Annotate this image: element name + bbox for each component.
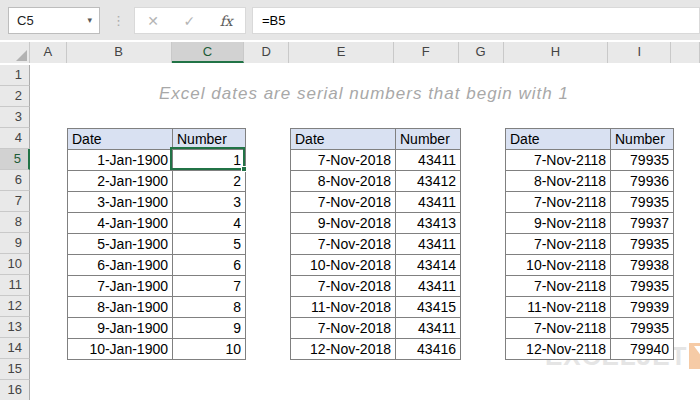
row-header-14[interactable]: 14 <box>0 338 30 359</box>
cell[interactable]: 43414 <box>396 255 461 276</box>
fill-handle[interactable] <box>241 166 247 172</box>
column-header-G[interactable]: G <box>459 42 504 63</box>
cell[interactable]: 11-Nov-2018 <box>291 297 396 318</box>
cell[interactable]: 5-Jan-1900 <box>68 234 173 255</box>
cell[interactable]: 43411 <box>396 150 461 171</box>
cell[interactable]: 5 <box>173 234 246 255</box>
column-header-E[interactable]: E <box>289 42 394 63</box>
header-cell[interactable]: Date <box>68 129 173 150</box>
header-cell[interactable]: Date <box>291 129 396 150</box>
select-all-button[interactable] <box>0 42 30 63</box>
cell[interactable]: 8-Nov-2018 <box>291 171 396 192</box>
cell[interactable]: 10-Nov-2118 <box>506 255 611 276</box>
row-header-1[interactable]: 1 <box>0 65 30 86</box>
cell[interactable]: 79935 <box>611 276 674 297</box>
column-header-F[interactable]: F <box>394 42 459 63</box>
cell[interactable]: 7-Nov-2018 <box>291 318 396 339</box>
header-cell[interactable]: Number <box>396 129 461 150</box>
cell[interactable]: 1-Jan-1900 <box>68 150 173 171</box>
column-header-C[interactable]: C <box>172 42 245 63</box>
insert-function-icon[interactable]: fx <box>220 13 233 29</box>
cell[interactable]: 2 <box>173 171 246 192</box>
cell[interactable]: 43411 <box>396 318 461 339</box>
column-header-A[interactable]: A <box>30 42 67 63</box>
cell[interactable]: 9-Nov-2018 <box>291 213 396 234</box>
cell[interactable]: 9-Jan-1900 <box>68 318 173 339</box>
cell[interactable]: 3-Jan-1900 <box>68 192 173 213</box>
cell[interactable]: 2-Jan-1900 <box>68 171 173 192</box>
cell[interactable]: 10 <box>173 339 246 360</box>
cell[interactable]: 7-Nov-2018 <box>291 234 396 255</box>
cell[interactable]: 12-Nov-2018 <box>291 339 396 360</box>
cell[interactable]: 79935 <box>611 150 674 171</box>
cell[interactable]: 43411 <box>396 276 461 297</box>
cell[interactable]: 43411 <box>396 192 461 213</box>
row-header-6[interactable]: 6 <box>0 170 30 191</box>
header-cell[interactable]: Date <box>506 129 611 150</box>
column-header-D[interactable]: D <box>244 42 289 63</box>
name-box[interactable]: C5 ▾ <box>8 7 100 34</box>
cell[interactable]: 3 <box>173 192 246 213</box>
cell[interactable]: 6 <box>173 255 246 276</box>
row-header-9[interactable]: 9 <box>0 233 30 254</box>
cell[interactable]: 7-Nov-2118 <box>506 192 611 213</box>
cell[interactable]: 7-Nov-2118 <box>506 234 611 255</box>
cell[interactable]: 7-Nov-2118 <box>506 276 611 297</box>
row-header-7[interactable]: 7 <box>0 191 30 212</box>
cell[interactable]: 79936 <box>611 171 674 192</box>
cell[interactable]: 43416 <box>396 339 461 360</box>
cell[interactable]: 9-Nov-2118 <box>506 213 611 234</box>
chevron-down-icon[interactable]: ▾ <box>87 8 92 33</box>
data-table-3: DateNumber7-Nov-2118799358-Nov-211879936… <box>505 128 674 360</box>
cell[interactable]: 7-Nov-2118 <box>506 150 611 171</box>
cell[interactable]: 7-Nov-2118 <box>506 318 611 339</box>
cell[interactable]: 9 <box>173 318 246 339</box>
row-header-4[interactable]: 4 <box>0 128 30 149</box>
row-header-16[interactable]: 16 <box>0 380 30 400</box>
row-header-2[interactable]: 2 <box>0 86 30 107</box>
cell[interactable]: 43411 <box>396 234 461 255</box>
cell[interactable]: 79939 <box>611 297 674 318</box>
cell[interactable]: 7-Jan-1900 <box>68 276 173 297</box>
cell[interactable]: 79935 <box>611 192 674 213</box>
row-header-13[interactable]: 13 <box>0 317 30 338</box>
cell[interactable]: 6-Jan-1900 <box>68 255 173 276</box>
cell[interactable]: 11-Nov-2118 <box>506 297 611 318</box>
cell[interactable]: 8 <box>173 297 246 318</box>
column-header-extra[interactable] <box>671 42 700 63</box>
cell[interactable]: 7-Nov-2018 <box>291 150 396 171</box>
row-header-5[interactable]: 5 <box>0 149 30 170</box>
cell[interactable]: 7-Nov-2018 <box>291 276 396 297</box>
row-header-15[interactable]: 15 <box>0 359 30 380</box>
cell[interactable]: 4-Jan-1900 <box>68 213 173 234</box>
cell[interactable]: 43415 <box>396 297 461 318</box>
column-header-I[interactable]: I <box>608 42 671 63</box>
cell[interactable]: 79935 <box>611 318 674 339</box>
cancel-icon[interactable]: ✕ <box>147 13 159 29</box>
active-cell-outline[interactable] <box>170 147 245 170</box>
column-header-B[interactable]: B <box>67 42 172 63</box>
cell[interactable]: 79935 <box>611 234 674 255</box>
cell[interactable]: 8-Nov-2118 <box>506 171 611 192</box>
cell[interactable]: 10-Jan-1900 <box>68 339 173 360</box>
row-header-8[interactable]: 8 <box>0 212 30 233</box>
header-cell[interactable]: Number <box>611 129 674 150</box>
cell[interactable]: 79938 <box>611 255 674 276</box>
column-header-H[interactable]: H <box>504 42 609 63</box>
cell[interactable]: 79937 <box>611 213 674 234</box>
formula-input[interactable]: =B5 <box>252 7 700 34</box>
cell[interactable]: 10-Nov-2018 <box>291 255 396 276</box>
cell[interactable]: 7-Nov-2018 <box>291 192 396 213</box>
enter-icon[interactable]: ✓ <box>183 13 195 29</box>
row-header-11[interactable]: 11 <box>0 275 30 296</box>
cell[interactable]: 4 <box>173 213 246 234</box>
cell[interactable]: 7 <box>173 276 246 297</box>
cell[interactable]: 8-Jan-1900 <box>68 297 173 318</box>
cell[interactable]: 43413 <box>396 213 461 234</box>
row-header-3[interactable]: 3 <box>0 107 30 128</box>
cell[interactable]: 43412 <box>396 171 461 192</box>
cell[interactable]: 79940 <box>611 339 674 360</box>
row-header-12[interactable]: 12 <box>0 296 30 317</box>
row-header-10[interactable]: 10 <box>0 254 30 275</box>
cell[interactable]: 12-Nov-2118 <box>506 339 611 360</box>
